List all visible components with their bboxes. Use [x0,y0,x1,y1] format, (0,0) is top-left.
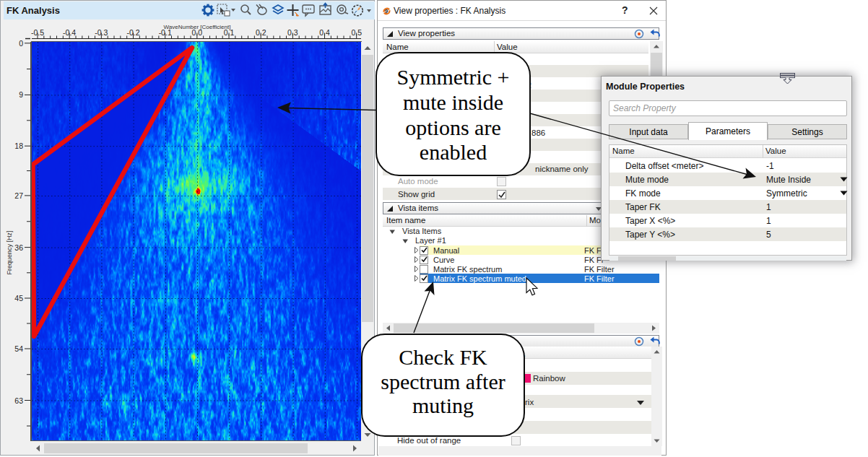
svg-text:9: 9 [385,8,389,14]
